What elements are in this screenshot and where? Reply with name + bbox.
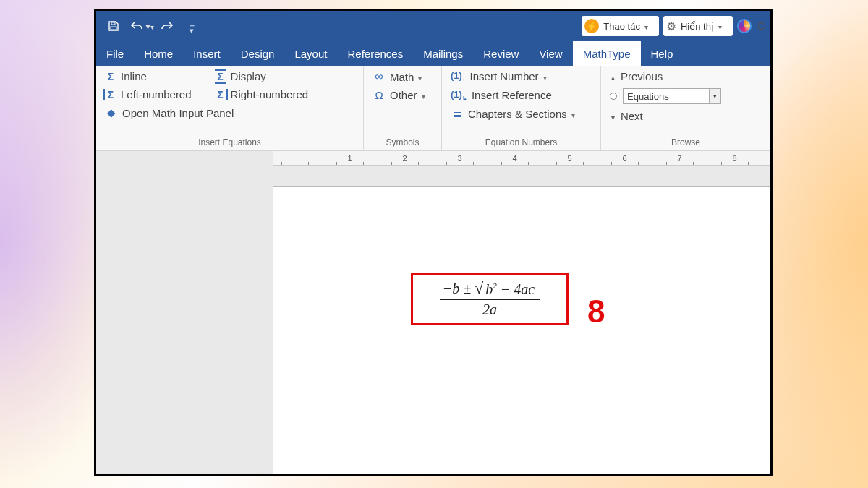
- eq-denominator: 2a: [482, 300, 497, 318]
- browse-dropdown-button[interactable]: ▾: [710, 88, 721, 104]
- chevron-down-icon: [422, 89, 429, 101]
- tab-insert[interactable]: Insert: [183, 41, 231, 66]
- tab-mathtype[interactable]: MathType: [573, 41, 641, 66]
- menu-bar: File Home Insert Design Layout Reference…: [96, 41, 770, 66]
- previous-button[interactable]: Previous: [608, 70, 763, 82]
- omega-icon: Ω: [373, 89, 386, 101]
- sigma-right-icon: Σ: [215, 89, 226, 100]
- document-page[interactable]: −b ± √ b2 − 4ac 2a 8: [273, 186, 770, 474]
- chevron-down-icon: [418, 71, 425, 83]
- sigma-left-icon: Σ: [105, 89, 116, 100]
- panel-icon: ◆: [105, 106, 118, 119]
- ribbon-group-browse: Previous Equations ▾ Next Browse: [601, 66, 770, 150]
- undo-dropdown-icon[interactable]: ▾: [145, 20, 154, 32]
- next-button[interactable]: Next: [608, 110, 763, 122]
- arrow-down-icon: [610, 110, 616, 122]
- radio-icon[interactable]: [610, 93, 617, 100]
- customize-qa-icon[interactable]: ⎯▾: [184, 19, 199, 33]
- group-label-symbols: Symbols: [371, 136, 434, 149]
- app-window: ▾ ⎯▾ ⚡ Thao tác ⚙ Hiển thị C File Home I…: [94, 9, 773, 476]
- equation[interactable]: −b ± √ b2 − 4ac 2a: [440, 281, 540, 318]
- tab-mailings[interactable]: Mailings: [413, 41, 473, 66]
- tab-file[interactable]: File: [96, 41, 134, 66]
- left-gutter: [96, 151, 273, 474]
- group-label-insert-equations: Insert Equations: [103, 136, 356, 149]
- eq-numerator-prefix: −b ±: [443, 281, 471, 296]
- text-cursor: [569, 283, 569, 319]
- chevron-down-icon: [571, 108, 579, 120]
- title-bar: ▾ ⎯▾ ⚡ Thao tác ⚙ Hiển thị C: [96, 11, 770, 41]
- horizontal-ruler[interactable]: 2 1 1 2 3 4 5 6 7 8 9: [273, 151, 770, 166]
- undo-icon[interactable]: [129, 19, 144, 33]
- chapters-sections-button[interactable]: ≣ Chapters & Sections: [449, 107, 593, 120]
- right-numbered-button[interactable]: Σ Right-numbered: [213, 88, 310, 100]
- tab-help[interactable]: Help: [641, 41, 684, 66]
- document-area: 2 1 1 2 3 4 5 6 7 8 9: [96, 151, 770, 474]
- save-icon[interactable]: [106, 19, 121, 33]
- page-container: 2 1 1 2 3 4 5 6 7 8 9: [273, 151, 770, 474]
- group-label-browse: Browse: [608, 136, 763, 149]
- lightning-icon: ⚡: [584, 19, 599, 33]
- equation-highlight-box: −b ± √ b2 − 4ac 2a: [411, 273, 569, 325]
- action-pill[interactable]: ⚡ Thao tác: [582, 16, 659, 36]
- titlebar-extra: C: [757, 20, 765, 32]
- browse-selector[interactable]: Equations: [623, 88, 710, 104]
- redo-icon[interactable]: [160, 19, 174, 33]
- other-symbols-button[interactable]: Ω Other: [371, 89, 434, 101]
- sqrt-icon: √: [475, 281, 483, 296]
- inline-button[interactable]: Σ Inline: [103, 70, 193, 82]
- chevron-down-icon: [543, 70, 550, 82]
- insert-number-icon: (1)+: [451, 70, 466, 83]
- open-math-panel-button[interactable]: ◆ Open Math Input Panel: [103, 106, 356, 119]
- tab-view[interactable]: View: [529, 41, 572, 66]
- gear-icon: ⚙: [666, 20, 676, 33]
- ribbon: Σ Inline Σ Left-numbered Σ Display: [96, 66, 770, 151]
- ribbon-group-insert-equations: Σ Inline Σ Left-numbered Σ Display: [96, 66, 364, 150]
- tab-references[interactable]: References: [337, 41, 413, 66]
- step-number-annotation: 8: [587, 294, 605, 330]
- tab-review[interactable]: Review: [473, 41, 529, 66]
- arrow-up-icon: [610, 70, 616, 82]
- ribbon-group-symbols: ∞ Math Ω Other Symbols: [364, 66, 442, 150]
- math-symbols-button[interactable]: ∞ Math: [371, 70, 434, 83]
- tab-layout[interactable]: Layout: [284, 41, 337, 66]
- ribbon-group-equation-numbers: (1)+ Insert Number (1)↳ Insert Reference…: [442, 66, 601, 150]
- sigma-icon: Σ: [105, 71, 116, 82]
- tab-home[interactable]: Home: [134, 41, 183, 66]
- display-pill[interactable]: ⚙ Hiển thị: [663, 16, 733, 36]
- display-dropdown-icon[interactable]: [718, 21, 726, 32]
- instagram-icon[interactable]: [737, 19, 752, 33]
- browse-selector-row: Equations ▾: [608, 88, 763, 104]
- insert-reference-icon: (1)↳: [451, 89, 467, 102]
- action-label: Thao tác: [603, 21, 640, 32]
- display-label: Hiển thị: [681, 21, 714, 32]
- insert-number-button[interactable]: (1)+ Insert Number: [449, 70, 593, 83]
- tab-design[interactable]: Design: [231, 41, 285, 66]
- group-label-equation-numbers: Equation Numbers: [449, 136, 593, 149]
- infinity-icon: ∞: [373, 70, 386, 83]
- list-icon: ≣: [451, 107, 464, 120]
- display-button[interactable]: Σ Display: [213, 70, 310, 82]
- sigma-display-icon: Σ: [215, 71, 226, 82]
- insert-reference-button[interactable]: (1)↳ Insert Reference: [449, 89, 593, 102]
- action-dropdown-icon[interactable]: [644, 21, 652, 32]
- left-numbered-button[interactable]: Σ Left-numbered: [103, 88, 193, 100]
